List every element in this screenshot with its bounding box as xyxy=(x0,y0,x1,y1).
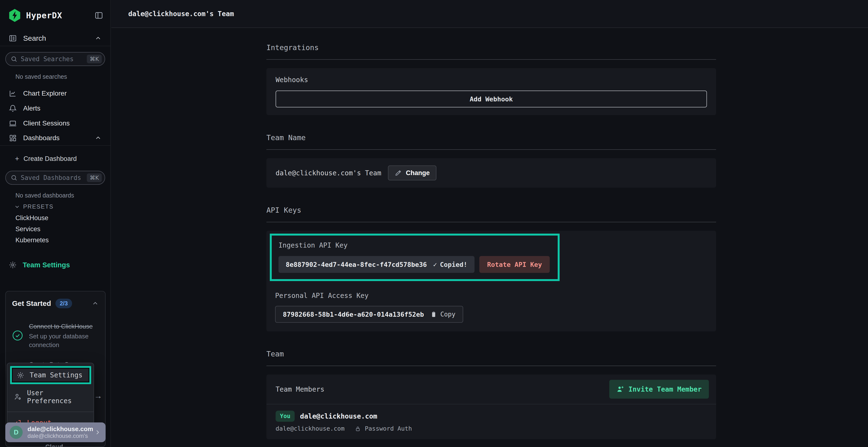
api-keys-card: Ingestion API Key 8e887902-4ed7-44ea-8fe… xyxy=(267,231,716,332)
search-icon xyxy=(10,56,18,62)
sidebar-section-search[interactable]: Search xyxy=(0,31,111,46)
user-name: dale@clickhouse.com xyxy=(28,425,94,433)
team-name-heading: Team Name xyxy=(267,133,716,143)
sidebar: HyperDX Search ⌘K No saved searches xyxy=(0,0,111,447)
chevron-down-icon xyxy=(14,204,20,210)
webhooks-card: Webhooks Add Webhook xyxy=(267,68,716,115)
plus-icon: + xyxy=(15,154,19,163)
personal-api-key-chip[interactable]: 87982668-58b1-4d6e-a620-014a136f52eb Cop… xyxy=(275,306,463,323)
menu-item-user-preferences[interactable]: User Preferences xyxy=(7,385,94,409)
saved-dashboards-input[interactable]: ⌘K xyxy=(5,171,105,185)
personal-api-key-label: Personal API Access Key xyxy=(275,291,711,300)
shortcut-badge: ⌘K xyxy=(87,173,102,182)
main-area: dale@clickhouse.com's Team Integrations … xyxy=(112,0,868,447)
get-started-title: Get Started xyxy=(12,299,51,308)
clipped-step-text: Cloud xyxy=(45,443,63,447)
sidebar-item-label: Chart Explorer xyxy=(23,90,67,97)
sidebar-item-label: Dashboards xyxy=(23,134,60,142)
annotation-highlight-ingestion-key: Ingestion API Key 8e887902-4ed7-44ea-8fe… xyxy=(270,234,560,281)
ingestion-api-key-chip[interactable]: 8e887902-4ed7-44ea-8fec-f47cd578be36 ✓ C… xyxy=(278,256,474,273)
preset-item-clickhouse[interactable]: ClickHouse xyxy=(16,212,111,224)
copied-label: Copied! xyxy=(440,261,467,268)
menu-divider xyxy=(7,412,94,412)
search-icon xyxy=(10,174,18,181)
gear-icon xyxy=(9,261,17,269)
get-started-header[interactable]: Get Started 2/3 xyxy=(12,299,99,308)
ingestion-api-key-label: Ingestion API Key xyxy=(278,241,551,249)
team-member-row: You dale@clickhouse.com dale@clickhouse.… xyxy=(267,404,716,439)
preset-item-kubernetes[interactable]: Kubernetes xyxy=(16,235,111,246)
chart-explorer-icon xyxy=(9,89,17,98)
sidebar-item-team-settings[interactable]: Team Settings xyxy=(0,259,111,271)
app-title: HyperDX xyxy=(26,10,62,20)
presets-label: PRESETS xyxy=(23,203,54,210)
sidebar-item-label: Alerts xyxy=(23,105,40,112)
gear-icon xyxy=(17,371,24,379)
sidebar-item-dashboards[interactable]: Dashboards xyxy=(0,131,111,146)
hyperdx-logo-icon xyxy=(9,9,21,22)
saved-dashboards-field[interactable] xyxy=(21,174,87,181)
chevron-up-icon[interactable] xyxy=(94,35,102,42)
presets-list: ClickHouse Services Kubernetes xyxy=(16,212,111,246)
user-profile-button[interactable]: D dale@clickhouse.com dale@clickhouse.co… xyxy=(5,422,105,442)
pencil-icon xyxy=(395,169,402,176)
saved-searches-input[interactable]: ⌘K xyxy=(5,52,105,66)
add-webhook-button[interactable]: Add Webhook xyxy=(276,91,707,107)
collapse-sidebar-icon[interactable] xyxy=(94,11,103,20)
no-saved-dashboards-text: No saved dashboards xyxy=(16,192,111,199)
arrow-right-icon[interactable]: → xyxy=(94,391,102,401)
section-rule xyxy=(267,366,716,366)
api-keys-heading: API Keys xyxy=(267,205,716,215)
invite-button-label: Invite Team Member xyxy=(628,385,702,393)
client-sessions-laptop-icon xyxy=(9,119,17,128)
integrations-heading: Integrations xyxy=(267,43,716,53)
saved-searches-field[interactable] xyxy=(21,56,87,63)
dashboards-grid-icon xyxy=(9,134,17,142)
person-plus-icon xyxy=(617,385,624,393)
change-team-name-button[interactable]: Change xyxy=(388,166,436,180)
team-settings-content: Integrations Webhooks Add Webhook Team N… xyxy=(267,43,716,439)
menu-item-team-settings[interactable]: Team Settings xyxy=(13,369,89,381)
menu-item-label: User Preferences xyxy=(27,389,87,405)
preset-item-services[interactable]: Services xyxy=(16,224,111,235)
sidebar-search-label: Search xyxy=(23,34,46,42)
member-auth-method: Password Auth xyxy=(365,425,412,432)
rotate-api-key-button[interactable]: Rotate API Key xyxy=(479,256,550,273)
member-name: dale@clickhouse.com xyxy=(300,412,377,420)
lock-icon xyxy=(355,425,361,432)
user-gear-icon xyxy=(14,393,22,401)
step-title: Connect to ClickHouse xyxy=(29,322,98,331)
sidebar-item-chart-explorer[interactable]: Chart Explorer xyxy=(0,86,111,101)
sidebar-nav: Chart Explorer Alerts Client Sessions Da… xyxy=(0,86,111,146)
section-rule xyxy=(267,149,716,150)
sidebar-item-alerts[interactable]: Alerts xyxy=(0,101,111,116)
progress-badge: 2/3 xyxy=(56,299,72,308)
personal-api-key-value: 87982668-58b1-4d6e-a620-014a136f52eb xyxy=(283,311,424,318)
chevron-up-icon[interactable] xyxy=(94,134,102,142)
member-email: dale@clickhouse.com xyxy=(276,425,345,432)
change-button-label: Change xyxy=(406,169,430,177)
page-title: dale@clickhouse.com's Team xyxy=(128,10,234,18)
menu-item-label: Team Settings xyxy=(30,371,83,379)
clipboard-icon xyxy=(430,311,437,318)
user-subtitle: dale@clickhouse.com's xyxy=(28,433,94,439)
annotation-highlight-team-settings: Team Settings xyxy=(10,366,91,384)
ingestion-api-key-value: 8e887902-4ed7-44ea-8fec-f47cd578be36 xyxy=(286,261,427,268)
get-started-step-connect[interactable]: Connect to ClickHouse Set up your databa… xyxy=(12,322,99,349)
team-name-value: dale@clickhouse.com's Team xyxy=(276,169,381,177)
copy-button-label: Copy xyxy=(440,311,456,318)
sidebar-item-client-sessions[interactable]: Client Sessions xyxy=(0,116,111,131)
invite-team-member-button[interactable]: Invite Team Member xyxy=(609,380,709,399)
presets-toggle[interactable]: PRESETS xyxy=(14,203,111,210)
create-dashboard-button[interactable]: + Create Dashboard xyxy=(0,152,111,165)
team-members-title: Team Members xyxy=(276,385,324,393)
webhooks-title: Webhooks xyxy=(276,76,707,84)
chevron-right-icon xyxy=(94,429,101,436)
check-circle-icon xyxy=(12,330,23,341)
chevron-up-icon[interactable] xyxy=(92,300,99,307)
journal-search-icon xyxy=(9,34,17,42)
team-members-card: Team Members Invite Team Member You dale… xyxy=(267,375,716,439)
logo-row: HyperDX xyxy=(0,0,111,31)
team-heading: Team xyxy=(267,349,716,359)
shortcut-badge: ⌘K xyxy=(87,55,102,63)
